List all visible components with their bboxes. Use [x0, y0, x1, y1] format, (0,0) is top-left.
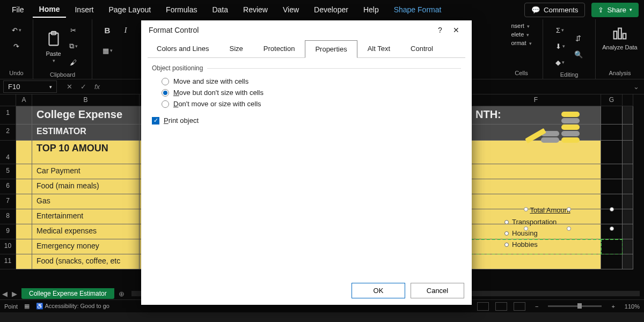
menu-review[interactable]: Review	[237, 2, 274, 17]
menu-file[interactable]: File	[5, 2, 31, 17]
menu-help[interactable]: Help	[357, 2, 385, 17]
row-header-2[interactable]: 2	[0, 125, 16, 141]
cell-b6[interactable]: Food (main meals)	[32, 179, 140, 194]
comments-label: Comments	[544, 6, 578, 14]
tab-size[interactable]: Size	[219, 40, 253, 57]
fx-button[interactable]: fx	[91, 83, 103, 91]
tab-control[interactable]: Control	[400, 40, 443, 57]
cell-b10[interactable]: Emergency money	[32, 239, 140, 254]
row-header-1[interactable]: 1	[0, 106, 16, 125]
insert-cells-button[interactable]: nsert ▾	[511, 23, 531, 29]
tab-nav-prev[interactable]: ◀	[0, 290, 10, 298]
zoom-slider[interactable]	[548, 305, 602, 307]
cell-b4[interactable]: TOP 10 AMOUN	[32, 141, 140, 164]
cut-button[interactable]: ✂	[66, 23, 81, 38]
comment-icon: 💬	[531, 6, 540, 14]
menu-shape-format[interactable]: Shape Format	[387, 2, 448, 17]
menu-data[interactable]: Data	[206, 2, 235, 17]
cell-f1[interactable]: NTH:	[471, 106, 601, 125]
zoom-out-button[interactable]: −	[532, 303, 541, 310]
tab-properties[interactable]: Properties	[305, 40, 357, 58]
autosum-button[interactable]: Σ▾	[553, 23, 568, 38]
copy-button[interactable]: ⧉▾	[66, 39, 81, 54]
col-header-b[interactable]: B	[32, 94, 140, 106]
view-page-layout-button[interactable]	[495, 302, 507, 311]
zoom-in-button[interactable]: +	[608, 303, 618, 310]
undo-button[interactable]: ↶▾	[9, 23, 24, 38]
col-header-g[interactable]: G	[601, 94, 623, 106]
row-header-4[interactable]: 4	[0, 141, 16, 164]
cell-b5[interactable]: Car Payment	[32, 164, 140, 179]
row-header-9[interactable]: 9	[0, 224, 16, 239]
view-normal-button[interactable]	[477, 302, 489, 311]
cell-b7[interactable]: Gas	[32, 194, 140, 209]
selection-handles[interactable]	[526, 209, 612, 229]
analyze-data-button[interactable]: Analyze Data	[602, 23, 637, 50]
col-header-f[interactable]: F	[471, 94, 601, 106]
new-sheet-button[interactable]: ⊕	[116, 290, 127, 298]
fill-button[interactable]: ⬇▾	[553, 39, 568, 54]
row-header-8[interactable]: 8	[0, 209, 16, 224]
dialog-help-button[interactable]: ?	[432, 26, 448, 34]
sort-filter-button[interactable]: ⇵	[571, 31, 586, 46]
ok-button[interactable]: OK	[352, 283, 405, 298]
radio-move-and-size[interactable]: Move and size with cells	[162, 77, 461, 85]
menu-formulas[interactable]: Formulas	[159, 2, 203, 17]
menu-developer[interactable]: Developer	[308, 2, 355, 17]
menu-insert[interactable]: Insert	[68, 2, 100, 17]
zoom-level[interactable]: 110%	[625, 303, 640, 310]
radio-move-no-size[interactable]: Move but don't size with cells	[162, 89, 461, 97]
border-button[interactable]: ▦▾	[100, 43, 115, 58]
cell-b2[interactable]: ESTIMATOR	[32, 125, 140, 141]
clear-button[interactable]: ◆▾	[553, 55, 568, 70]
menu-home[interactable]: Home	[33, 2, 67, 18]
enter-formula-button[interactable]: ✓	[77, 83, 89, 91]
select-all-corner[interactable]	[0, 94, 16, 106]
tab-colors-lines[interactable]: Colors and Lines	[147, 40, 219, 57]
cell-b1[interactable]: College Expense	[32, 106, 140, 125]
row-header-7[interactable]: 7	[0, 194, 16, 209]
cell-b8[interactable]: Entertainment	[32, 209, 140, 224]
row-header-11[interactable]: 11	[0, 254, 16, 269]
legend-item-hobbies[interactable]: Hobbies	[504, 239, 596, 250]
format-cells-button[interactable]: ormat ▾	[511, 40, 531, 46]
macro-recorder-icon[interactable]: ▦	[24, 303, 30, 310]
italic-button[interactable]: I	[118, 23, 133, 38]
radio-icon	[162, 89, 169, 97]
ribbon-group-editing: Editing	[560, 70, 579, 79]
legend-item-housing[interactable]: Housing	[504, 228, 596, 239]
format-painter-button[interactable]: 🖌	[66, 55, 81, 70]
tab-alt-text[interactable]: Alt Text	[357, 40, 400, 57]
accessibility-status[interactable]: ♿ Accessibility: Good to go	[36, 303, 109, 310]
row-header-6[interactable]: 6	[0, 179, 16, 194]
name-box-value: F10	[8, 83, 20, 91]
dialog-titlebar[interactable]: Format Control ? ✕	[141, 20, 472, 40]
tab-protection[interactable]: Protection	[253, 40, 305, 57]
row-header-5[interactable]: 5	[0, 164, 16, 179]
bold-button[interactable]: B	[100, 23, 115, 38]
checkbox-print-object[interactable]: Print object	[152, 116, 461, 125]
tab-nav-next[interactable]: ▶	[10, 290, 19, 298]
delete-cells-button[interactable]: elete ▾	[511, 31, 531, 38]
find-select-button[interactable]: 🔍	[571, 47, 586, 62]
menu-view[interactable]: View	[276, 2, 305, 17]
cell-b11[interactable]: Food (snacks, coffee, etc	[32, 254, 140, 269]
cancel-formula-button[interactable]: ✕	[63, 83, 75, 91]
share-button[interactable]: ⇪ Share ▾	[591, 3, 639, 17]
row-header-10[interactable]: 10	[0, 239, 16, 254]
status-mode: Point	[4, 303, 18, 310]
dialog-close-button[interactable]: ✕	[448, 26, 464, 34]
menu-page-layout[interactable]: Page Layout	[102, 2, 157, 17]
redo-button[interactable]: ↷	[9, 39, 24, 54]
paste-button[interactable]: Paste ▾	[45, 29, 63, 63]
formula-expand-button[interactable]: ⌄	[628, 83, 644, 91]
name-box[interactable]: F10 ▾	[3, 80, 57, 93]
comments-button[interactable]: 💬 Comments	[524, 3, 585, 17]
sheet-tab-active[interactable]: College Expense Estimator	[21, 288, 114, 299]
radio-dont-move[interactable]: Don't move or size with cells	[162, 100, 461, 108]
col-header-a[interactable]: A	[16, 94, 32, 106]
cell-b9[interactable]: Medical expenses	[32, 224, 140, 239]
ribbon-group-undo: Undo	[9, 68, 23, 78]
cancel-button[interactable]: Cancel	[411, 283, 464, 298]
view-page-break-button[interactable]	[514, 302, 525, 311]
